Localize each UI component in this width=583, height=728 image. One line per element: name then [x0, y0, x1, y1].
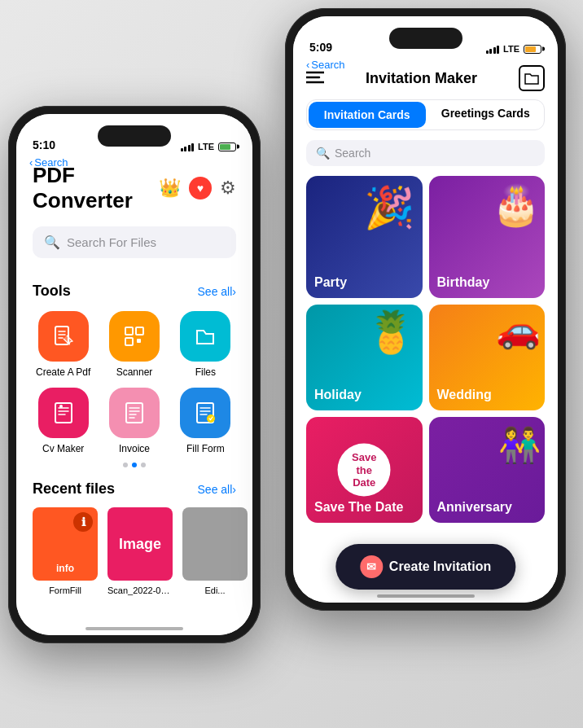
- card-anniversary[interactable]: Anniversary 👫: [429, 417, 546, 523]
- svg-rect-3: [125, 338, 133, 345]
- tools-grid: Create A Pdf Scanner: [16, 311, 252, 454]
- recent-files-section: Recent files See all› ℹ info FormFill: [16, 480, 252, 595]
- anniversary-emoji: 👫: [498, 425, 541, 465]
- svg-rect-5: [55, 403, 72, 423]
- edit-label: Edi...: [182, 585, 248, 595]
- recent-title: Recent files: [33, 480, 115, 498]
- svg-rect-7: [126, 403, 142, 423]
- cv-maker-icon: [38, 388, 89, 438]
- lte-badge-1: LTE: [198, 142, 214, 151]
- back-nav-2[interactable]: ‹ Search: [306, 59, 345, 71]
- svg-rect-4: [137, 339, 141, 343]
- formfill-label: FormFill: [33, 585, 98, 595]
- invitation-search-bar[interactable]: 🔍 Search: [306, 140, 545, 166]
- tool-invoice[interactable]: Invoice: [103, 388, 164, 454]
- status-icons-1: LTE: [181, 142, 236, 151]
- dot-1: [123, 463, 128, 467]
- scan-label: Scan_2022-05-11...: [107, 585, 173, 595]
- back-chevron-2: ‹: [306, 59, 309, 71]
- fill-form-icon: [180, 388, 230, 438]
- back-nav-1[interactable]: ‹ Search: [29, 156, 68, 169]
- signal-icon-2: [486, 44, 500, 54]
- scan-thumb: Image: [107, 507, 173, 581]
- card-birthday[interactable]: Birthday 🎂: [429, 176, 546, 298]
- svg-rect-1: [125, 327, 133, 335]
- tool-files[interactable]: Files: [175, 311, 236, 378]
- pdf-app-title: PDF Converter: [33, 163, 159, 213]
- party-emoji: 🎉: [364, 184, 414, 231]
- lte-badge-2: LTE: [503, 44, 519, 54]
- file-card-formfill[interactable]: ℹ info FormFill: [33, 507, 98, 595]
- back-chevron-1: ‹: [29, 156, 33, 169]
- pdf-search-bar[interactable]: 🔍 Search For Files: [33, 226, 236, 258]
- phone1-content: 5:10 LTE: [16, 114, 252, 635]
- phone2-content: 5:09 LTE: [293, 16, 558, 603]
- app-scene: 5:10 LTE: [0, 0, 583, 728]
- dot-2-active: [132, 463, 137, 467]
- phone2: 5:09 LTE: [285, 8, 566, 611]
- tab-invitation-cards[interactable]: Invitation Cards: [309, 102, 426, 128]
- back-label-2: Search: [311, 59, 344, 71]
- invoice-icon: [109, 388, 160, 438]
- card-holiday[interactable]: Holiday 🍍: [306, 305, 423, 410]
- tools-title: Tools: [33, 283, 71, 300]
- file-card-scan[interactable]: Image Scan_2022-05-11...: [107, 507, 173, 595]
- holiday-label: Holiday: [314, 388, 362, 402]
- crown-icon[interactable]: 👑: [159, 178, 181, 199]
- files-label: Files: [195, 366, 216, 378]
- invoice-label: Invoice: [119, 443, 150, 454]
- pdf-title-row: PDF Converter 👑 ♥ ⚙: [33, 163, 236, 213]
- birthday-label: Birthday: [437, 275, 490, 290]
- wedding-label: Wedding: [437, 388, 492, 402]
- recent-section-header: Recent files See all›: [33, 480, 236, 498]
- formfill-thumb: ℹ info: [33, 507, 98, 581]
- file-card-edit[interactable]: Edi...: [182, 507, 248, 595]
- dot-3: [141, 463, 146, 467]
- invitation-cards-grid: Party 🎉 Birthday 🎂 Holiday 🍍: [293, 176, 558, 523]
- wedding-emoji: 🚗: [496, 309, 541, 351]
- files-icon: [180, 311, 230, 362]
- card-party[interactable]: Party 🎉: [306, 176, 423, 298]
- cv-maker-label: Cv Maker: [42, 443, 84, 454]
- pdf-search-placeholder: Search For Files: [67, 235, 156, 249]
- card-wedding[interactable]: Wedding 🚗: [429, 305, 546, 410]
- tools-see-all[interactable]: See all›: [198, 285, 236, 298]
- battery-icon-2: [524, 45, 541, 54]
- create-invitation-label: Create Invitation: [389, 559, 491, 574]
- search-icon-1: 🔍: [44, 235, 60, 250]
- birthday-emoji: 🎂: [492, 182, 541, 228]
- tool-fill-form[interactable]: Fill Form: [175, 388, 236, 454]
- invitation-search-placeholder: Search: [335, 147, 370, 160]
- status-time-1: 5:10: [33, 138, 55, 151]
- recent-file-list: ℹ info FormFill Image Scan_2022-05-11...: [33, 507, 236, 595]
- folder-icon[interactable]: [519, 65, 545, 91]
- tab-greetings-cards[interactable]: Greetings Cards: [427, 100, 545, 129]
- phone1: 5:10 LTE: [8, 106, 261, 643]
- notification-icon[interactable]: ♥: [189, 177, 212, 200]
- menu-icon[interactable]: [306, 69, 324, 88]
- save-date-badge: SavetheDate: [338, 444, 391, 497]
- phone2-screen: 5:09 LTE: [293, 16, 558, 603]
- fill-form-label: Fill Form: [186, 443, 225, 454]
- card-save-date[interactable]: Save The Date SavetheDate: [306, 417, 423, 523]
- status-icons-2: LTE: [486, 44, 541, 54]
- home-indicator-2: [377, 594, 475, 598]
- create-invitation-button[interactable]: ✉ Create Invitation: [335, 544, 515, 590]
- svg-point-6: [59, 405, 63, 408]
- recent-see-all[interactable]: See all›: [198, 483, 236, 496]
- party-label: Party: [314, 275, 347, 290]
- tool-create-pdf[interactable]: Create A Pdf: [33, 311, 94, 378]
- tool-cv-maker[interactable]: Cv Maker: [33, 388, 94, 454]
- svg-rect-2: [136, 327, 143, 335]
- signal-icon-1: [181, 142, 195, 151]
- phone1-screen: 5:10 LTE: [16, 114, 252, 635]
- create-invitation-icon: ✉: [360, 555, 383, 578]
- category-tabs: Invitation Cards Greetings Cards: [306, 99, 545, 130]
- scanner-label: Scanner: [116, 366, 153, 378]
- settings-icon[interactable]: ⚙: [220, 178, 236, 199]
- tool-scanner[interactable]: Scanner: [103, 311, 164, 378]
- edit-thumb: [182, 507, 248, 581]
- status-time-2: 5:09: [309, 41, 332, 54]
- scanner-icon: [109, 311, 160, 362]
- page-dots: [16, 463, 252, 467]
